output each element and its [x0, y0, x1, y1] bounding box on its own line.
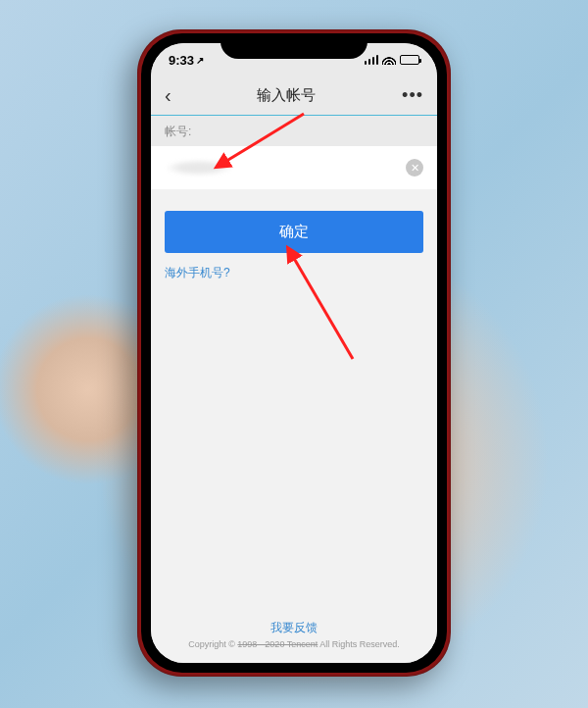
more-button[interactable]: ••• — [402, 85, 423, 106]
clear-icon[interactable]: ✕ — [406, 159, 423, 177]
signal-icon — [365, 55, 379, 65]
location-icon: ↗ — [196, 55, 204, 66]
svg-line-3 — [292, 255, 353, 359]
back-button[interactable]: ‹ — [165, 84, 172, 107]
status-time: 9:33 — [169, 53, 194, 68]
copyright-text: Copyright © 1998 - 2020 Tencent All Righ… — [151, 639, 437, 649]
annotation-arrow-2 — [274, 241, 372, 369]
annotation-arrow-1 — [206, 106, 314, 175]
wifi-icon — [382, 55, 396, 65]
page-title: 输入帐号 — [257, 86, 316, 105]
feedback-link[interactable]: 我要反馈 — [151, 620, 437, 636]
svg-line-1 — [223, 114, 304, 163]
battery-icon — [400, 55, 419, 65]
phone-notch — [220, 33, 368, 59]
